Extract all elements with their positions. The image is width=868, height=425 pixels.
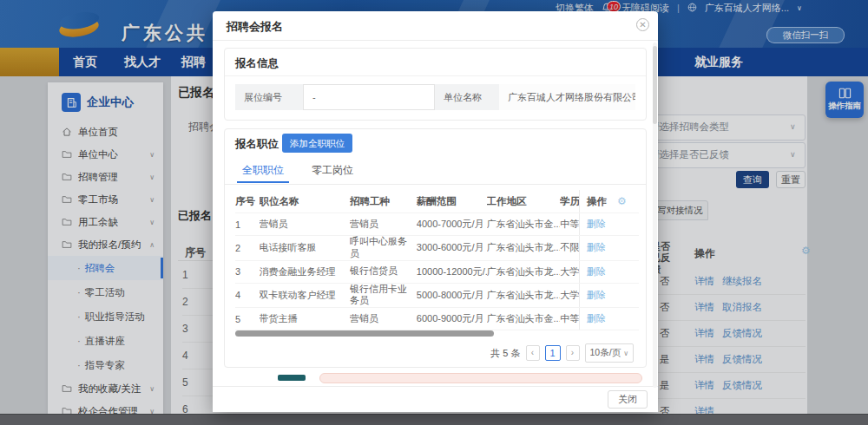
position-table-row: 3消费金融业务经理银行信贷员10000-12000元/...广东省汕头市龙...… xyxy=(235,261,639,284)
col-action: 操作⚙ xyxy=(579,190,639,212)
col-name: 职位名称 xyxy=(260,195,350,208)
cell-salary: 10000-12000元/... xyxy=(417,265,487,278)
modal-title: 招聘会报名 xyxy=(227,19,283,35)
cell-type: 银行信贷员 xyxy=(350,265,417,278)
cell-salary: 4000-7000元/月 xyxy=(417,218,487,231)
cell-action: 删除 xyxy=(579,261,639,283)
cell-area: 广东省汕头市龙... xyxy=(487,289,561,302)
cell-name: 双卡联动客户经理 xyxy=(260,289,350,302)
col-salary: 薪酬范围 xyxy=(417,195,487,208)
cell-edu: 不限 xyxy=(560,241,579,254)
cell-salary: 3000-6000元/月 xyxy=(417,241,487,254)
info-section-title: 报名信息 xyxy=(235,56,279,71)
delete-link[interactable]: 删除 xyxy=(587,312,606,325)
info-form-row: 展位编号 - 单位名称 广东百城人才网络股份有限公司 xyxy=(235,84,635,110)
cell-area: 广东省汕头市龙... xyxy=(487,241,561,254)
cell-edu: 大学 xyxy=(560,289,579,302)
chevron-down-icon: ∨ xyxy=(623,350,628,357)
cell-seq: 1 xyxy=(235,219,260,230)
position-table-row: 2电话接听客服呼叫中心服务员3000-6000元/月广东省汕头市龙...不限删除 xyxy=(235,236,639,261)
cell-action: 删除 xyxy=(579,213,639,235)
cell-name: 营销员 xyxy=(260,218,350,231)
cell-area: 广东省汕头市龙... xyxy=(487,265,561,278)
column-settings-gear-icon[interactable]: ⚙ xyxy=(617,195,627,207)
modal-close-icon[interactable]: ✕ xyxy=(636,18,649,31)
booth-number-field[interactable]: - xyxy=(303,84,435,110)
cell-seq: 2 xyxy=(235,243,260,253)
tab-gig[interactable]: 零工岗位 xyxy=(312,163,353,178)
col-area: 工作地区 xyxy=(487,195,561,208)
col-edu: 学历要求 xyxy=(560,195,579,208)
jobfair-signup-modal: 招聘会报名 ✕ 报名信息 展位编号 - 单位名称 广东百城人才网络股份有限公司 … xyxy=(213,11,658,412)
company-name-value: 广东百城人才网络股份有限公司 xyxy=(499,84,635,110)
cell-salary: 5000-8000元/月 xyxy=(417,289,487,302)
delete-link[interactable]: 删除 xyxy=(587,241,606,254)
cell-action: 删除 xyxy=(579,284,639,308)
signup-position-section: 报名职位 添加全职职位 全职职位 零工岗位 序号职位名称招聘工种薪酬范围工作地区… xyxy=(224,128,647,368)
signup-info-section: 报名信息 展位编号 - 单位名称 广东百城人才网络股份有限公司 xyxy=(224,48,647,121)
position-table-row: 5带货主播营销员6000-9000元/月广东省汕头市金...中等删除 xyxy=(235,308,639,330)
next-page-button[interactable]: › xyxy=(566,345,580,361)
prev-page-button[interactable]: ‹ xyxy=(526,345,540,361)
cell-edu: 中等 xyxy=(560,218,579,231)
position-tabs: 全职职位 零工岗位 xyxy=(225,160,646,185)
cell-seq: 5 xyxy=(235,314,260,324)
cell-edu: 中等 xyxy=(560,312,579,325)
position-table-row: 4双卡联动客户经理银行信用卡业务员5000-8000元/月广东省汕头市龙...大… xyxy=(235,284,639,309)
position-table-row: 1营销员营销员4000-7000元/月广东省汕头市金...中等删除 xyxy=(235,213,639,236)
position-table: 序号职位名称招聘工种薪酬范围工作地区学历要求操作⚙1营销员营销员4000-700… xyxy=(235,190,639,330)
page-size-label: 10条/页 xyxy=(590,347,621,359)
modal-close-button[interactable]: 关闭 xyxy=(608,390,648,409)
pagination: 共 5 条 ‹ 1 › 10条/页∨ xyxy=(490,343,634,363)
cell-action: 删除 xyxy=(579,236,639,260)
partial-alert-bar xyxy=(319,373,642,383)
cell-area: 广东省汕头市金... xyxy=(487,218,561,231)
cell-name: 消费金融业务经理 xyxy=(260,265,350,278)
booth-number-label: 展位编号 xyxy=(235,84,303,110)
cell-type: 呼叫中心服务员 xyxy=(350,236,417,260)
delete-link[interactable]: 删除 xyxy=(587,265,606,278)
horizontal-scrollbar[interactable] xyxy=(235,330,494,337)
cell-type: 营销员 xyxy=(350,219,417,231)
cell-type: 营销员 xyxy=(350,313,417,325)
cell-name: 带货主播 xyxy=(260,312,350,325)
modal-scrollbar-thumb[interactable] xyxy=(653,46,657,124)
position-section-title: 报名职位 xyxy=(235,137,279,152)
cell-type: 银行信用卡业务员 xyxy=(350,284,417,308)
delete-link[interactable]: 删除 xyxy=(587,218,606,231)
modal-footer: 关闭 xyxy=(213,386,658,412)
cell-seq: 3 xyxy=(235,266,260,277)
position-table-header: 序号职位名称招聘工种薪酬范围工作地区学历要求操作⚙ xyxy=(235,190,639,213)
cell-seq: 4 xyxy=(235,290,260,300)
cell-name: 电话接听客服 xyxy=(260,241,350,254)
cell-edu: 大学 xyxy=(560,265,579,278)
page-size-select[interactable]: 10条/页∨ xyxy=(585,343,634,363)
company-name-label: 单位名称 xyxy=(435,84,499,110)
cell-action: 删除 xyxy=(579,308,639,330)
current-page-button[interactable]: 1 xyxy=(545,345,561,361)
tab-fulltime[interactable]: 全职职位 xyxy=(242,163,284,178)
pagination-total: 共 5 条 xyxy=(490,347,520,360)
delete-link[interactable]: 删除 xyxy=(587,289,606,302)
col-type: 招聘工种 xyxy=(350,195,417,207)
cell-salary: 6000-9000元/月 xyxy=(417,312,487,325)
add-fulltime-position-button[interactable]: 添加全职职位 xyxy=(282,134,352,153)
cell-area: 广东省汕头市金... xyxy=(487,312,561,325)
partial-hidden-button[interactable] xyxy=(278,375,306,381)
col-seq: 序号 xyxy=(235,195,260,208)
modal-header: 招聘会报名 ✕ xyxy=(213,11,658,41)
